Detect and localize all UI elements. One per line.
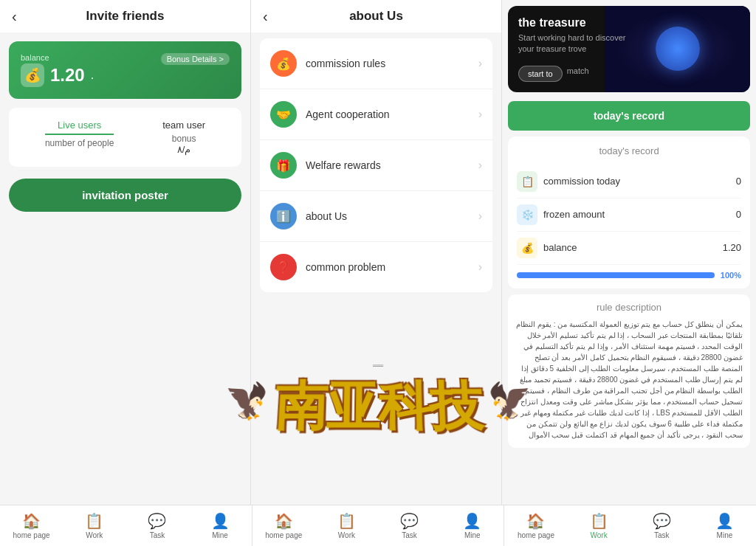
nav-task-3[interactable]: 💬 Task <box>630 505 693 546</box>
middle-panel-header: ‹ about Us <box>251 0 501 32</box>
task-label-3: Task <box>654 531 670 539</box>
live-users-tab[interactable]: Live users number of people <box>45 120 114 155</box>
rule-desc-text: يمكن أن ينطلق كل حساب مع يتم توزيع العمو… <box>515 319 743 440</box>
nav-mine-2[interactable]: 👤 Mine <box>441 505 504 546</box>
mine-icon-3: 👤 <box>715 512 734 530</box>
commission-icon: 💰 <box>270 50 297 77</box>
wallet-icon: 💰 <box>21 63 44 87</box>
common-chevron: › <box>478 260 482 274</box>
nav-section-3: 🏠 home page 📋 Work 💬 Task 👤 Mine <box>504 505 756 546</box>
nav-home-2[interactable]: 🏠 home page <box>252 505 315 546</box>
welfare-chevron: › <box>478 159 482 172</box>
progress-label: 100% <box>721 271 741 280</box>
task-icon-3: 💬 <box>653 512 671 530</box>
commission-chevron: › <box>478 57 482 70</box>
progress-bar-container: 100% <box>517 271 741 280</box>
balance-record-icon: 💰 <box>517 238 537 258</box>
frozen-amount-icon: ❄️ <box>517 204 537 225</box>
record-item-balance: 💰 balance 1.20 <box>517 232 741 265</box>
rule-description-section: rule description يمكن أن ينطلق كل حساب م… <box>508 294 750 448</box>
record-commission-left: 📋 commission today <box>517 171 620 192</box>
commission-today-value: 0 <box>736 176 741 187</box>
home-icon-3: 🏠 <box>526 512 545 530</box>
home-label-3: home page <box>518 531 554 539</box>
task-label-2: Task <box>402 531 417 539</box>
menu-item-about[interactable]: ℹ️ about Us › <box>260 191 492 242</box>
about-icon: ℹ️ <box>270 203 297 229</box>
balance-amount: 1.20 <box>50 65 85 86</box>
match-label: match <box>567 66 589 75</box>
frozen-amount-label: frozen amount <box>543 209 605 220</box>
bonus-label: bonus <box>162 134 205 144</box>
work-icon-3: 📋 <box>590 512 608 530</box>
user-stats: Live users number of people team user bo… <box>9 108 241 167</box>
middle-back-arrow[interactable]: ‹ <box>263 8 268 25</box>
work-icon-1: 📋 <box>85 512 103 530</box>
agent-chevron: › <box>478 108 482 121</box>
home-label-2: home page <box>265 531 302 539</box>
work-label-3: Work <box>591 531 608 539</box>
bonus-details-link[interactable]: Bonus Details > <box>161 53 230 65</box>
left-back-arrow[interactable]: ‹ <box>12 8 17 25</box>
middle-panel-title: about Us <box>349 9 403 24</box>
common-icon: ❓ <box>270 254 297 280</box>
nav-section-1: 🏠 home page 📋 Work 💬 Task 👤 Mine <box>0 505 252 546</box>
commission-label: commission rules <box>306 58 478 69</box>
number-of-people-label: number of people <box>45 138 114 148</box>
task-icon-1: 💬 <box>148 512 166 530</box>
left-panel-content: balance 💰 1.20 . Bonus Details > Live us… <box>0 32 250 505</box>
task-label-1: Task <box>150 531 165 539</box>
today-record-button[interactable]: today's record <box>508 101 750 131</box>
nav-section-2: 🏠 home page 📋 Work 💬 Task 👤 Mine <box>252 505 505 546</box>
team-user-label: team user <box>162 120 205 131</box>
balance-suffix: . <box>91 69 94 82</box>
frozen-amount-value: 0 <box>736 209 741 220</box>
common-label: common problem <box>306 261 478 273</box>
nav-work-1[interactable]: 📋 Work <box>63 505 126 546</box>
nav-task-2[interactable]: 💬 Task <box>378 505 441 546</box>
nav-mine-3[interactable]: 👤 Mine <box>693 505 756 546</box>
work-label-2: Work <box>338 531 355 539</box>
about-chevron: › <box>478 210 482 223</box>
record-item-commission: 📋 commission today 0 <box>517 165 741 198</box>
mine-label-3: Mine <box>717 531 733 539</box>
live-users-label: Live users <box>45 120 114 135</box>
nav-home-1[interactable]: 🏠 home page <box>0 505 63 546</box>
bottom-nav: 🏠 home page 📋 Work 💬 Task 👤 Mine 🏠 home … <box>0 505 756 546</box>
commission-today-label: commission today <box>543 176 620 187</box>
mine-label-1: Mine <box>212 531 228 539</box>
middle-panel: ‹ about Us 💰 commission rules › 🤝 Agent … <box>251 0 502 505</box>
menu-item-commission[interactable]: 💰 commission rules › <box>260 38 492 89</box>
balance-record-label: balance <box>543 242 577 253</box>
balance-label: balance <box>21 53 94 62</box>
nav-task-1[interactable]: 💬 Task <box>126 505 188 546</box>
balance-record-value: 1.20 <box>723 242 741 253</box>
mine-icon-1: 👤 <box>211 512 230 530</box>
bonus-value: م/۸ <box>162 144 205 155</box>
mine-icon-2: 👤 <box>463 512 481 530</box>
record-section-title: today's record <box>517 145 741 156</box>
nav-work-2[interactable]: 📋 Work <box>315 505 378 546</box>
nav-home-3[interactable]: 🏠 home page <box>504 505 567 546</box>
record-section: today's record 📋 commission today 0 ❄️ f… <box>508 136 750 288</box>
welfare-label: Welfare rewards <box>306 159 478 171</box>
about-us-menu: 💰 commission rules › 🤝 Agent cooperation… <box>260 38 492 292</box>
start-to-button[interactable]: start to <box>518 66 563 82</box>
agent-label: Agent cooperation <box>306 108 478 120</box>
record-balance-left: 💰 balance <box>517 238 577 258</box>
menu-item-common[interactable]: ❓ common problem › <box>260 242 492 292</box>
menu-item-agent[interactable]: 🤝 Agent cooperation › <box>260 89 492 140</box>
left-panel-title: Invite friends <box>86 9 165 24</box>
nav-work-3[interactable]: 📋 Work <box>568 505 630 546</box>
team-user-tab[interactable]: team user bonus م/۸ <box>162 120 205 155</box>
work-icon-2: 📋 <box>337 512 356 530</box>
left-panel: ‹ Invite friends balance 💰 1.20 . Bonus … <box>0 0 251 505</box>
nav-mine-1[interactable]: 👤 Mine <box>189 505 252 546</box>
home-icon-1: 🏠 <box>22 512 41 530</box>
menu-item-welfare[interactable]: 🎁 Welfare rewards › <box>260 140 492 191</box>
commission-today-icon: 📋 <box>517 171 537 192</box>
mine-label-2: Mine <box>464 531 481 539</box>
welfare-icon: 🎁 <box>270 152 297 179</box>
invitation-poster-button[interactable]: invitation poster <box>9 179 241 212</box>
task-icon-2: 💬 <box>400 512 419 530</box>
